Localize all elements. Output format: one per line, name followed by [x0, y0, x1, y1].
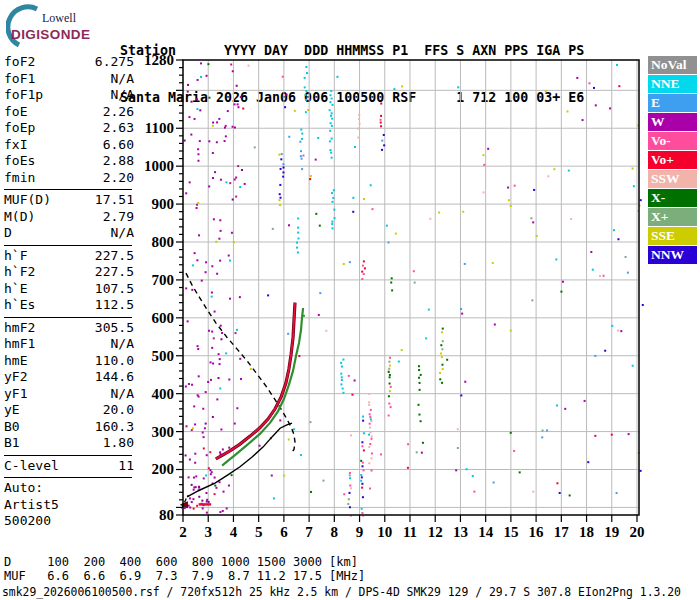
divider: [4, 189, 132, 190]
divider: [4, 455, 132, 456]
param-value: 305.5: [95, 320, 134, 337]
svg-text:9: 9: [356, 524, 364, 540]
param-label: C-level: [4, 458, 59, 475]
param-value: N/A: [111, 386, 134, 403]
svg-text:20: 20: [629, 524, 644, 540]
param-label: foF2: [4, 54, 35, 71]
param-label: foEs: [4, 153, 35, 170]
param-row-yf1: yF1N/A: [4, 386, 134, 403]
param-label: foF1: [4, 71, 35, 88]
legend-item-ssw: SSW: [648, 170, 697, 188]
legend-item-x: X-: [648, 189, 697, 207]
param-label: foE: [4, 104, 27, 121]
svg-text:600: 600: [152, 310, 175, 326]
svg-text:8: 8: [331, 524, 339, 540]
divider: [4, 477, 132, 478]
param-label: D: [4, 225, 12, 242]
param-label: yE: [4, 402, 20, 419]
param-value: 2.63: [103, 120, 134, 137]
legend-item-nnw: NNW: [648, 246, 697, 264]
param-value: 2.79: [103, 209, 134, 226]
svg-text:400: 400: [152, 386, 175, 402]
param-value: 17.51: [95, 192, 134, 209]
svg-text:14: 14: [478, 524, 494, 540]
param-value: 6.60: [103, 137, 134, 154]
param-row-fof1p: foF1pN/A: [4, 87, 134, 104]
svg-text:900: 900: [152, 196, 175, 212]
param-value: 144.6: [95, 369, 134, 386]
parameter-panel: foF26.275foF1N/AfoF1pN/AfoE2.26foEp2.63f…: [4, 54, 134, 530]
legend-item-sse: SSE: [648, 227, 697, 245]
param-label: fxI: [4, 137, 27, 154]
param-row-b1: B11.80: [4, 435, 134, 452]
svg-text:3: 3: [204, 524, 212, 540]
svg-text:500: 500: [152, 348, 175, 364]
param-row-foes: foEs2.88: [4, 153, 134, 170]
param-label: h`Es: [4, 297, 35, 314]
logo-digisonde-text: DIGISONDE: [11, 27, 90, 42]
svg-text:80: 80: [159, 507, 174, 523]
legend-item-nne: NNE: [648, 75, 697, 93]
param-label: yF1: [4, 386, 27, 403]
param-row-hes: h`Es112.5: [4, 297, 134, 314]
svg-text:17: 17: [554, 524, 570, 540]
param-row-d: DN/A: [4, 225, 134, 242]
param-label: hmF1: [4, 336, 35, 353]
param-value: 227.5: [95, 248, 134, 265]
param-row-yf2: yF2144.6: [4, 369, 134, 386]
param-label: MUF(D): [4, 192, 51, 209]
svg-text:800: 800: [152, 234, 175, 250]
param-label: foEp: [4, 120, 35, 137]
param-row-hmf1: hmF1N/A: [4, 336, 134, 353]
svg-text:1000: 1000: [144, 158, 174, 174]
svg-text:1100: 1100: [145, 120, 174, 136]
param-row-b0: B0160.3: [4, 419, 134, 436]
lowell-digisonde-logo: Lowell DIGISONDE: [6, 4, 118, 50]
param-row-fmin: fmin2.20: [4, 170, 134, 187]
param-label: h`F2: [4, 264, 35, 281]
legend-item-vo: Vo+: [648, 151, 697, 169]
legend-item-e: E: [648, 94, 697, 112]
param-row-fxi: fxI6.60: [4, 137, 134, 154]
param-label: h`F: [4, 248, 27, 265]
param-row-hf: h`F227.5: [4, 248, 134, 265]
param-value: 112.5: [95, 297, 134, 314]
svg-text:2: 2: [179, 524, 187, 540]
param-row-foe: foE2.26: [4, 104, 134, 121]
svg-text:300: 300: [152, 424, 175, 440]
param-value: N/A: [111, 336, 134, 353]
param-row-hf2: h`F2227.5: [4, 264, 134, 281]
footer-muf-line: MUF 6.6 6.6 6.9 7.3 7.9 8.7 11.2 17.5 [M…: [4, 569, 365, 583]
svg-text:4: 4: [230, 524, 238, 540]
autoscaling-info-line: 500200: [4, 513, 134, 530]
param-value: 1.80: [103, 435, 134, 452]
header-line-2: Santa Maria 2026 Jan06 006 100500 RSF 1 …: [120, 90, 584, 106]
header-line-1: Station YYYY DAY DDD HHMMSS P1 FFS S AXN…: [120, 43, 584, 59]
param-label: hmF2: [4, 320, 35, 337]
param-label: B1: [4, 435, 20, 452]
param-value: N/A: [111, 225, 134, 242]
param-label: yF2: [4, 369, 27, 386]
param-label: hmE: [4, 353, 27, 370]
legend-item-w: W: [648, 113, 697, 131]
svg-text:16: 16: [529, 524, 545, 540]
svg-text:200: 200: [152, 461, 175, 477]
param-label: M(D): [4, 209, 35, 226]
ionogram-header: Station YYYY DAY DDD HHMMSS P1 FFS S AXN…: [120, 12, 584, 121]
param-row-md: M(D)2.79: [4, 209, 134, 226]
svg-text:6: 6: [280, 524, 288, 540]
logo-lowell-text: Lowell: [42, 11, 76, 26]
param-label: B0: [4, 419, 20, 436]
param-value: 107.5: [95, 281, 134, 298]
param-value: 11: [118, 458, 134, 475]
param-row-mufd: MUF(D)17.51: [4, 192, 134, 209]
direction-color-legend: NoValNNEEWVo-Vo+SSWX-X+SSENNW: [648, 56, 697, 265]
param-value: 6.275: [95, 54, 134, 71]
svg-text:19: 19: [604, 524, 619, 540]
param-value: 2.26: [103, 104, 134, 121]
autoscaling-info-line: Artist5: [4, 497, 134, 514]
param-label: fmin: [4, 170, 35, 187]
param-value: 227.5: [95, 264, 134, 281]
autoscaling-info-line: Auto:: [4, 480, 134, 497]
svg-text:12: 12: [428, 524, 443, 540]
